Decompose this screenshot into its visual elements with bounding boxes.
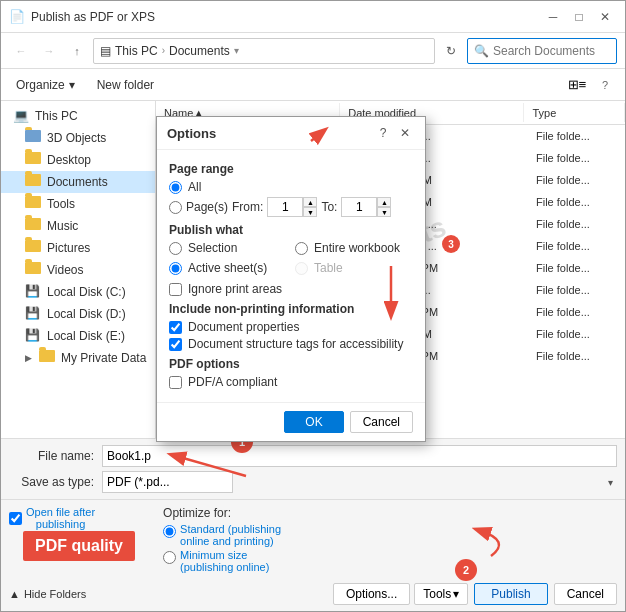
radio-active-sheets-label: Active sheet(s) — [188, 261, 267, 275]
radio-entire-workbook[interactable] — [295, 242, 308, 255]
ignore-print-checkbox[interactable] — [169, 283, 182, 296]
dialog-overlay: Options 3 ? ✕ Page range All Page(s) — [1, 1, 626, 612]
from-input[interactable] — [267, 197, 303, 217]
radio-all[interactable] — [169, 181, 182, 194]
dialog-help-button[interactable]: ? — [373, 123, 393, 143]
radio-active-sheets[interactable] — [169, 262, 182, 275]
checkbox-row-doc-props: Document properties — [169, 320, 413, 334]
pdfa-checkbox[interactable] — [169, 376, 182, 389]
radio-row-all: All — [169, 180, 413, 194]
from-label: From: — [232, 200, 263, 214]
dialog-ok-button[interactable]: OK — [284, 411, 343, 433]
radio-table-label: Table — [314, 261, 343, 275]
to-label: To: — [321, 200, 337, 214]
to-spin-down[interactable]: ▼ — [377, 207, 391, 217]
radio-row-table: Table — [295, 261, 413, 275]
checkbox-row-pdfa: PDF/A compliant — [169, 375, 413, 389]
publish-what-grid: Selection Entire workbook Active sheet(s… — [169, 241, 413, 278]
to-spin-up[interactable]: ▲ — [377, 197, 391, 207]
radio-row-entire-workbook: Entire workbook — [295, 241, 413, 255]
radio-pages[interactable] — [169, 201, 182, 214]
non-print-section-label: Include non-printing information — [169, 302, 413, 316]
radio-table[interactable] — [295, 262, 308, 275]
dialog-cancel-button[interactable]: Cancel — [350, 411, 413, 433]
checkbox-row-ignore: Ignore print areas — [169, 282, 413, 296]
from-spin-up[interactable]: ▲ — [303, 197, 317, 207]
pdfa-label: PDF/A compliant — [188, 375, 277, 389]
publish-what-section-label: Publish what — [169, 223, 413, 237]
radio-selection-label: Selection — [188, 241, 237, 255]
doc-structure-label: Document structure tags for accessibilit… — [188, 337, 403, 351]
dialog-title: Options — [167, 126, 216, 141]
page-range-row: Page(s) From: ▲ ▼ To: ▲ ▼ — [169, 197, 413, 217]
from-spin-down[interactable]: ▼ — [303, 207, 317, 217]
to-input[interactable] — [341, 197, 377, 217]
doc-structure-checkbox[interactable] — [169, 338, 182, 351]
badge-3: 3 — [442, 235, 460, 253]
dialog-footer: OK Cancel — [157, 402, 425, 441]
dialog-titlebar: Options 3 ? ✕ — [157, 117, 425, 150]
radio-row-active-sheets: Active sheet(s) — [169, 261, 287, 275]
ignore-print-label: Ignore print areas — [188, 282, 282, 296]
radio-selection[interactable] — [169, 242, 182, 255]
radio-entire-workbook-label: Entire workbook — [314, 241, 400, 255]
page-range-section-label: Page range — [169, 162, 413, 176]
checkbox-row-doc-structure: Document structure tags for accessibilit… — [169, 337, 413, 351]
radio-all-label: All — [188, 180, 201, 194]
radio-pages-label: Page(s) — [186, 200, 228, 214]
doc-properties-label: Document properties — [188, 320, 299, 334]
pdf-options-section-label: PDF options — [169, 357, 413, 371]
dialog-close-button[interactable]: ✕ — [395, 123, 415, 143]
dialog-body: Page range All Page(s) From: ▲ ▼ — [157, 150, 425, 402]
options-dialog: Options 3 ? ✕ Page range All Page(s) — [156, 116, 426, 442]
radio-row-selection: Selection — [169, 241, 287, 255]
doc-properties-checkbox[interactable] — [169, 321, 182, 334]
